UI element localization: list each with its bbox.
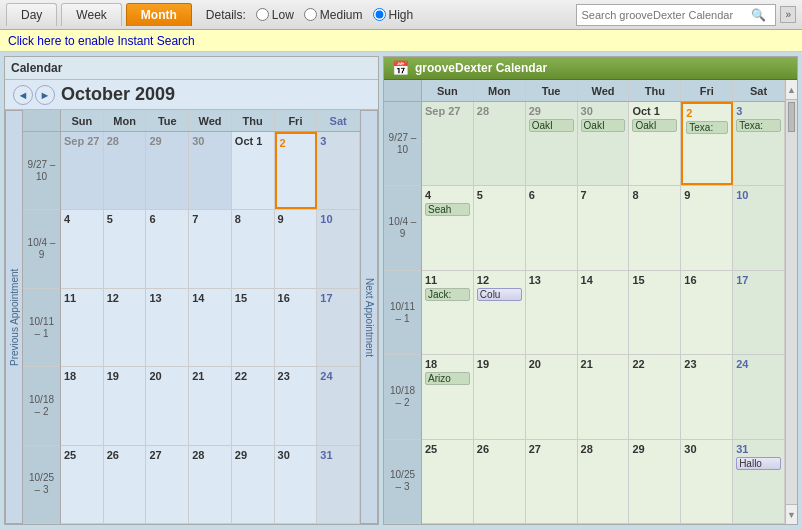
cal-cell-oct10[interactable]: 10 — [317, 210, 360, 287]
right-week-label-2: 10/4 –9 — [384, 186, 421, 270]
cal-cell-oct15[interactable]: 15 — [232, 289, 275, 366]
right-cell-sep30[interactable]: 30OakI — [578, 102, 630, 185]
cal-cell-oct23[interactable]: 23 — [275, 367, 318, 444]
right-cell-oct7[interactable]: 7 — [578, 186, 630, 269]
prev-appointment-sidebar[interactable]: Previous Appointment — [5, 110, 23, 524]
detail-low[interactable]: Low — [256, 8, 294, 22]
cal-cell-oct14[interactable]: 14 — [189, 289, 232, 366]
left-calendar-inner: Previous Appointment 9/27 –10 10/4 –9 10… — [5, 110, 378, 524]
right-cell-oct4[interactable]: 4Seah — [422, 186, 474, 269]
cal-cell-oct19[interactable]: 19 — [104, 367, 147, 444]
cal-cell-oct2[interactable]: 2 — [275, 132, 318, 209]
cal-cell-sep27[interactable]: Sep 27 — [61, 132, 104, 209]
cal-cell-oct28[interactable]: 28 — [189, 446, 232, 523]
right-cell-oct12[interactable]: 12Colu — [474, 271, 526, 354]
right-cell-oct29[interactable]: 29 — [629, 440, 681, 523]
right-cell-oct23[interactable]: 23 — [681, 355, 733, 438]
cal-cell-oct24[interactable]: 24 — [317, 367, 360, 444]
cal-cell-oct13[interactable]: 13 — [146, 289, 189, 366]
right-cell-oct13[interactable]: 13 — [526, 271, 578, 354]
detail-high[interactable]: High — [373, 8, 414, 22]
right-cell-oct11[interactable]: 11Jack: — [422, 271, 474, 354]
cal-cell-oct26[interactable]: 26 — [104, 446, 147, 523]
cal-cell-sep28[interactable]: 28 — [104, 132, 147, 209]
detail-medium[interactable]: Medium — [304, 8, 363, 22]
instant-search-bar[interactable]: Click here to enable Instant Search — [0, 30, 802, 52]
right-cell-oct1[interactable]: Oct 1OakI — [629, 102, 681, 185]
right-cell-oct10[interactable]: 10 — [733, 186, 785, 269]
right-cell-oct24[interactable]: 24 — [733, 355, 785, 438]
right-cell-oct8[interactable]: 8 — [629, 186, 681, 269]
right-cell-oct28[interactable]: 28 — [578, 440, 630, 523]
right-cell-oct22[interactable]: 22 — [629, 355, 681, 438]
event-jack[interactable]: Jack: — [425, 288, 470, 301]
cal-cell-oct12[interactable]: 12 — [104, 289, 147, 366]
right-cell-oct26[interactable]: 26 — [474, 440, 526, 523]
cal-cell-oct5[interactable]: 5 — [104, 210, 147, 287]
event-arizo[interactable]: Arizo — [425, 372, 470, 385]
event-oaki-sep29[interactable]: OakI — [529, 119, 574, 132]
event-hallo[interactable]: Hallo — [736, 457, 781, 470]
next-appointment-sidebar[interactable]: Next Appointment — [360, 110, 378, 524]
cal-cell-oct3[interactable]: 3 — [317, 132, 360, 209]
right-cell-oct21[interactable]: 21 — [578, 355, 630, 438]
right-cell-oct27[interactable]: 27 — [526, 440, 578, 523]
cal-cell-oct1[interactable]: Oct 1 — [232, 132, 275, 209]
right-cell-oct25[interactable]: 25 — [422, 440, 474, 523]
right-cell-oct30[interactable]: 30 — [681, 440, 733, 523]
right-cell-oct5[interactable]: 5 — [474, 186, 526, 269]
cal-cell-oct4[interactable]: 4 — [61, 210, 104, 287]
right-cell-oct9[interactable]: 9 — [681, 186, 733, 269]
scroll-thumb[interactable] — [788, 102, 795, 132]
cal-cell-sep30[interactable]: 30 — [189, 132, 232, 209]
cal-cell-oct7[interactable]: 7 — [189, 210, 232, 287]
cal-cell-oct18[interactable]: 18 — [61, 367, 104, 444]
cal-cell-oct30[interactable]: 30 — [275, 446, 318, 523]
event-texa-oct2[interactable]: Texa: — [686, 121, 728, 134]
right-cell-oct14[interactable]: 14 — [578, 271, 630, 354]
right-cell-sep27[interactable]: Sep 27 — [422, 102, 474, 185]
right-cell-oct20[interactable]: 20 — [526, 355, 578, 438]
event-seah[interactable]: Seah — [425, 203, 470, 216]
right-cell-oct2[interactable]: 2Texa: — [681, 102, 733, 185]
cal-cell-oct27[interactable]: 27 — [146, 446, 189, 523]
scroll-up-button[interactable]: ▲ — [786, 80, 797, 100]
event-oaki-sep30[interactable]: OakI — [581, 119, 626, 132]
cal-cell-oct25[interactable]: 25 — [61, 446, 104, 523]
right-cell-oct6[interactable]: 6 — [526, 186, 578, 269]
next-month-button[interactable]: ► — [35, 85, 55, 105]
event-colu[interactable]: Colu — [477, 288, 522, 301]
cal-cell-oct17[interactable]: 17 — [317, 289, 360, 366]
right-cell-oct16[interactable]: 16 — [681, 271, 733, 354]
tab-day[interactable]: Day — [6, 3, 57, 26]
cal-cell-oct22[interactable]: 22 — [232, 367, 275, 444]
cal-cell-oct6[interactable]: 6 — [146, 210, 189, 287]
details-label: Details: — [206, 8, 246, 22]
expand-button[interactable]: » — [780, 6, 796, 23]
cal-cell-oct9[interactable]: 9 — [275, 210, 318, 287]
cal-cell-sep29[interactable]: 29 — [146, 132, 189, 209]
right-cell-oct17[interactable]: 17 — [733, 271, 785, 354]
right-cell-oct19[interactable]: 19 — [474, 355, 526, 438]
right-cell-sep28[interactable]: 28 — [474, 102, 526, 185]
cal-cell-oct31[interactable]: 31 — [317, 446, 360, 523]
right-scrollbar[interactable]: ▲ ▼ — [785, 80, 797, 524]
cal-cell-oct20[interactable]: 20 — [146, 367, 189, 444]
tab-month[interactable]: Month — [126, 3, 192, 26]
cal-cell-oct8[interactable]: 8 — [232, 210, 275, 287]
cal-cell-oct11[interactable]: 11 — [61, 289, 104, 366]
right-cell-oct15[interactable]: 15 — [629, 271, 681, 354]
search-input[interactable] — [581, 9, 751, 21]
event-oaki-oct1[interactable]: OakI — [632, 119, 677, 132]
right-cell-oct31[interactable]: 31Hallo — [733, 440, 785, 523]
event-texa-oct3[interactable]: Texa: — [736, 119, 781, 132]
right-cell-oct18[interactable]: 18Arizo — [422, 355, 474, 438]
scroll-down-button[interactable]: ▼ — [786, 504, 797, 524]
prev-month-button[interactable]: ◄ — [13, 85, 33, 105]
tab-week[interactable]: Week — [61, 3, 121, 26]
cal-cell-oct21[interactable]: 21 — [189, 367, 232, 444]
cal-cell-oct29[interactable]: 29 — [232, 446, 275, 523]
right-cell-oct3[interactable]: 3Texa: — [733, 102, 785, 185]
right-cell-sep29[interactable]: 29OakI — [526, 102, 578, 185]
cal-cell-oct16[interactable]: 16 — [275, 289, 318, 366]
